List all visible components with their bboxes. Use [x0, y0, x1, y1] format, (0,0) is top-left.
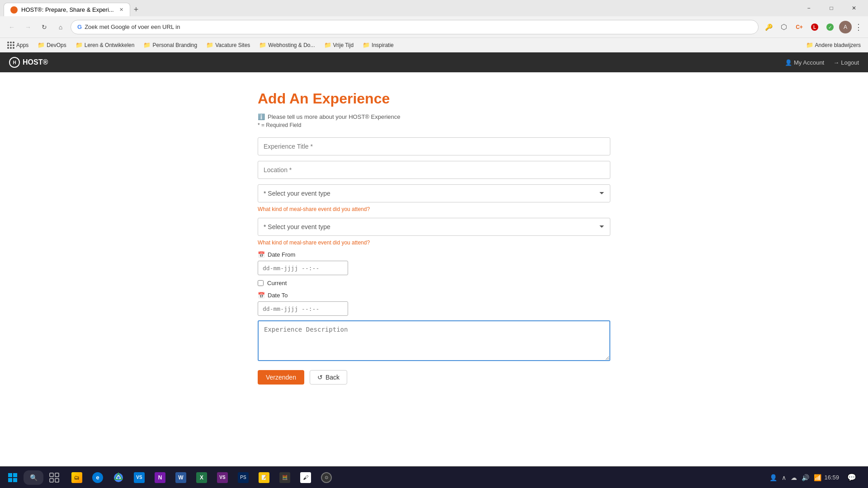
apps-grid-icon	[7, 42, 14, 49]
experience-title-input[interactable]	[258, 137, 610, 155]
logout-label: Logout	[841, 59, 859, 66]
refresh-button[interactable]: ↻	[38, 21, 51, 33]
taskbar-edge[interactable]: e	[88, 468, 108, 488]
back-icon: ↺	[317, 374, 323, 381]
svg-rect-8	[50, 473, 53, 477]
more-options-button[interactable]: ⋮	[854, 22, 863, 32]
address-text: Zoek met Google of voer een URL in	[85, 23, 752, 30]
current-checkbox[interactable]	[258, 280, 264, 286]
taskbar-chrome[interactable]	[108, 468, 128, 488]
host-logo-circle: H	[9, 57, 20, 68]
chrome-icon	[113, 472, 124, 483]
bookmark-inspiratie[interactable]: 📁 Inspiratie	[359, 40, 397, 50]
date-from-label: 📅 Date From	[258, 251, 610, 258]
task-view-icon	[49, 473, 59, 483]
experience-description-textarea[interactable]	[258, 320, 610, 361]
svg-text:✓: ✓	[828, 25, 832, 30]
google-logo: G	[77, 23, 82, 30]
bookmark-vrije[interactable]: 📁 Vrije Tijd	[321, 40, 358, 50]
bookmark-webhosting[interactable]: 📁 Webhosting & Do...	[255, 40, 318, 50]
taskbar-onenote[interactable]: N	[150, 468, 170, 488]
profile-avatar[interactable]: A	[839, 21, 852, 33]
start-button[interactable]	[3, 468, 23, 488]
apps-button[interactable]: Apps	[4, 40, 32, 50]
svg-point-14	[117, 476, 120, 479]
bookmark-vacature[interactable]: 📁 Vacature Sites	[203, 40, 254, 50]
notification-button[interactable]: 💬	[842, 468, 862, 488]
taskbar-terminal[interactable]: PS	[233, 468, 253, 488]
submit-button[interactable]: Verzenden	[258, 370, 304, 385]
network-icon[interactable]: ☁	[791, 474, 797, 481]
address-input-wrap[interactable]: G Zoek met Google of voer een URL in	[71, 20, 759, 34]
chevron-taskbar-icon[interactable]: ∧	[782, 474, 786, 481]
ext-icon-2[interactable]: L	[808, 21, 821, 33]
calendar-to-icon: 📅	[258, 292, 265, 299]
new-tab-button[interactable]: +	[130, 3, 142, 16]
svg-rect-5	[13, 473, 17, 477]
active-tab[interactable]: HOST®: Prepare, Share & Experi... ✕	[4, 3, 130, 16]
apps-label: Apps	[16, 42, 28, 48]
taskbar-privacy[interactable]: ⊙	[316, 468, 336, 488]
back-button[interactable]: ↺ Back	[310, 370, 347, 385]
event-type-2-wrapper: * Select your event type Breakfast Lunch…	[258, 218, 610, 246]
taskbar-task-view[interactable]	[44, 468, 64, 488]
key-icon[interactable]: 🔑	[762, 21, 775, 33]
taskbar-sticky[interactable]: 📝	[254, 468, 274, 488]
required-note: * = Required Field	[258, 122, 610, 128]
bookmark-personal[interactable]: 📁 Personal Branding	[140, 40, 201, 50]
tab-favicon	[10, 6, 18, 14]
tab-close-button[interactable]: ✕	[119, 7, 123, 13]
person-taskbar-icon[interactable]: 👤	[769, 474, 777, 481]
taskbar-paint[interactable]: 🖌	[296, 468, 316, 488]
taskbar-system-icons: 👤 ∧ ☁ 🔊 📶	[769, 474, 821, 481]
event-type-select-1[interactable]: * Select your event type Breakfast Lunch…	[258, 184, 610, 202]
date-from-section: 📅 Date From	[258, 251, 610, 280]
host-logo-text: HOST®	[23, 58, 48, 66]
maximize-button[interactable]: □	[821, 0, 842, 16]
taskbar-search-button[interactable]: 🔍	[24, 470, 43, 485]
bookmark-devops[interactable]: 📁 DevOps	[34, 40, 70, 50]
taskbar-clock[interactable]: 16:59	[824, 474, 839, 481]
title-bar: HOST®: Prepare, Share & Experi... ✕ + − …	[0, 0, 868, 16]
taskbar-vscode[interactable]: VS	[129, 468, 149, 488]
taskbar-excel[interactable]: X	[192, 468, 212, 488]
wifi-icon[interactable]: 📶	[814, 474, 821, 481]
date-from-input[interactable]	[258, 261, 348, 275]
host-logo[interactable]: H HOST®	[9, 57, 48, 68]
taskbar: 🔍 🗂 e	[0, 466, 868, 488]
event-type-2-hint: What kind of meal-share event did you at…	[258, 239, 610, 246]
taskbar-calc[interactable]: 🧮	[275, 468, 295, 488]
back-nav-button[interactable]: ←	[5, 21, 18, 33]
home-button[interactable]: ⌂	[54, 21, 67, 33]
date-to-label-text: Date To	[268, 292, 288, 299]
page-content: Add An Experience ℹ️ Please tell us more…	[0, 72, 868, 466]
event-type-1-wrapper: * Select your event type Breakfast Lunch…	[258, 184, 610, 212]
taskbar-word[interactable]: W	[171, 468, 191, 488]
logout-link[interactable]: → Logout	[833, 59, 859, 66]
bookmark-vacature-label: Vacature Sites	[215, 42, 250, 48]
office-icon[interactable]: ⬡	[778, 21, 790, 33]
form-info: ℹ️ Please tell us more about your HOST® …	[258, 113, 610, 120]
form-info-text: Please tell us more about your HOST® Exp…	[268, 113, 401, 120]
taskbar-explorer[interactable]: 🗂	[67, 468, 87, 488]
sound-icon[interactable]: 🔊	[802, 474, 809, 481]
bookmark-leren[interactable]: 📁 Leren & Ontwikkelen	[72, 40, 138, 50]
forward-nav-button[interactable]: →	[22, 21, 34, 33]
other-bookmarks-button[interactable]: 📁 Andere bladwijzers	[802, 40, 864, 50]
my-account-link[interactable]: 👤 My Account	[785, 59, 824, 66]
svg-text:L: L	[813, 25, 816, 30]
clock-time: 16:59	[824, 474, 839, 481]
folder-icon: 📁	[806, 42, 813, 48]
close-button[interactable]: ✕	[844, 0, 864, 16]
date-to-input[interactable]	[258, 301, 348, 316]
event-type-select-2[interactable]: * Select your event type Breakfast Lunch…	[258, 218, 610, 236]
window-controls: − □ ✕	[798, 0, 864, 16]
ext-icon-3[interactable]: ✓	[824, 21, 836, 33]
svg-rect-4	[8, 473, 12, 477]
ext-icon-1[interactable]: C+	[793, 21, 806, 33]
location-input[interactable]	[258, 161, 610, 179]
taskbar-vspurple[interactable]: VS	[212, 468, 232, 488]
minimize-button[interactable]: −	[798, 0, 819, 16]
folder-icon: 📁	[206, 42, 213, 48]
svg-rect-9	[55, 473, 59, 477]
